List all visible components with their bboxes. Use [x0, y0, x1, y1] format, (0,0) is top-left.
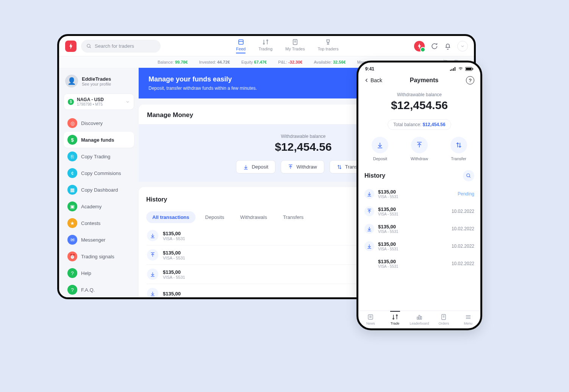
book-icon: ▣ [67, 201, 77, 211]
bell-icon[interactable] [444, 42, 452, 50]
bell-icon: ⏰ [67, 251, 77, 261]
sidebar-item-academy[interactable]: ▣Academy [64, 198, 134, 214]
total-balance: Total balance: $12,454.56 [358, 119, 480, 130]
tab-menu[interactable]: Menu [456, 313, 480, 325]
deposit-label: Deposit [252, 164, 268, 170]
transaction-sub: VISA - 5531 [163, 236, 185, 241]
stat-balance-value: 99.78€ [175, 60, 188, 64]
mobile-withdraw-button[interactable]: Withdraw [411, 137, 428, 161]
back-button[interactable]: Back [364, 77, 382, 83]
sidebar-label: Copy Dashboard [81, 187, 118, 193]
tab-trading-label: Trading [258, 47, 272, 51]
transaction-row[interactable]: $135,00VISA - 5531 10.02.2022 [364, 237, 474, 255]
svg-rect-23 [420, 317, 422, 320]
svg-rect-12 [455, 67, 455, 71]
tab-mytrades[interactable]: My Trades [285, 39, 305, 53]
withdraw-label: Withdraw [296, 164, 317, 170]
mobile-deposit-button[interactable]: Deposit [372, 137, 388, 161]
tab-label: Orders [439, 322, 449, 325]
mobile-header: Back Payments ? [358, 72, 480, 87]
stat-available-label: Available: [314, 60, 332, 64]
action-label: Deposit [373, 156, 387, 161]
tab-trading[interactable]: Trading [258, 39, 272, 53]
sidebar-item-help[interactable]: ?Help [64, 265, 134, 281]
transaction-amount: $135,00 [378, 224, 398, 230]
download-icon [147, 269, 158, 280]
download-icon [364, 241, 374, 251]
sidebar-label: Manage funds [81, 137, 114, 143]
transaction-amount: $135,00 [163, 291, 181, 297]
sidebar-item-manage-funds[interactable]: $Manage funds [64, 132, 134, 148]
account-sub: 1798798 • MT5 [77, 102, 104, 106]
tab-orders[interactable]: Orders [431, 313, 456, 325]
sidebar-item-trading-signals[interactable]: ⏰Trading signals [64, 248, 134, 264]
transaction-pending: Pending [458, 191, 474, 197]
topbar: Search for traders Feed Trading My Trade… [59, 36, 474, 56]
tab-news[interactable]: News [358, 313, 383, 325]
sidebar-item-copy-trading[interactable]: ⎘Copy Trading [64, 148, 134, 164]
stat-pl-value: -32.30€ [288, 60, 302, 64]
tab-transfers[interactable]: Transfers [277, 211, 310, 223]
tab-label: Trade [391, 322, 399, 325]
total-label: Total balance: [393, 122, 422, 127]
dollar-icon: $ [67, 135, 77, 145]
transaction-row[interactable]: $135,00VISA - 5531 10.02.2022 [364, 220, 474, 237]
upload-icon [147, 249, 158, 261]
mobile-transfer-button[interactable]: Transfer [450, 137, 467, 161]
search-placeholder: Search for traders [95, 43, 134, 49]
dashboard-icon: ▦ [67, 185, 77, 195]
search-input[interactable]: Search for traders [81, 40, 161, 53]
transaction-sub: VISA - 5531 [378, 230, 398, 234]
mobile-history-search[interactable] [463, 170, 474, 181]
sidebar-item-contests[interactable]: ★Contests [64, 215, 134, 231]
withdraw-button[interactable]: Withdraw [281, 160, 324, 173]
tab-deposits[interactable]: Deposits [199, 211, 231, 223]
transaction-row[interactable]: $135,00VISA - 5531 Pending [364, 185, 474, 203]
svg-point-0 [87, 44, 90, 47]
tab-all-transactions[interactable]: All transactions [146, 211, 195, 223]
transaction-sub: VISA - 5531 [163, 275, 185, 280]
sidebar-item-discovery[interactable]: ◎Discovery [64, 115, 134, 131]
transaction-row[interactable]: $135,00VISA - 5531 10.02.2022 [364, 203, 474, 220]
upload-icon [364, 206, 374, 216]
stat-equity-value: 67.47€ [254, 60, 267, 64]
user-avatar[interactable] [414, 41, 425, 52]
help-button[interactable]: ? [466, 76, 474, 84]
transaction-amount: $135,00 [378, 189, 398, 195]
profile-link[interactable]: 👤 EddieTrades See your profile [64, 72, 134, 92]
tab-feed[interactable]: Feed [236, 39, 245, 53]
expand-button[interactable] [457, 41, 468, 52]
topbar-right [414, 41, 468, 52]
download-icon [364, 189, 374, 199]
mobile-actions: Deposit Withdraw Transfer [358, 130, 480, 164]
tab-withdrawals[interactable]: Withdrawals [234, 211, 273, 223]
tab-leaderboard[interactable]: Leaderboard [407, 313, 431, 325]
deposit-button[interactable]: Deposit [236, 160, 275, 173]
transaction-date: 10.02.2022 [452, 226, 474, 231]
sidebar-label: Discovery [81, 120, 103, 126]
compass-icon: ◎ [67, 118, 77, 128]
transaction-sub: VISA - 5531 [378, 247, 398, 251]
tab-toptraders[interactable]: Top traders [318, 39, 339, 53]
mobile-balance-value: $12,454.56 [358, 99, 480, 112]
sidebar-item-messenger[interactable]: ✉Messenger [64, 232, 134, 248]
chat-icon[interactable] [430, 42, 438, 50]
sidebar-label: Trading signals [81, 254, 114, 259]
mobile-balance: Withdrawable balance $12,454.56 [358, 87, 480, 114]
account-selector[interactable]: $ NAGA - USD 1798798 • MT5 [64, 94, 134, 110]
profile-sub: See your profile [82, 82, 111, 86]
sidebar-item-copy-commissions[interactable]: ¢Copy Commisions [64, 165, 134, 181]
sidebar-item-copy-dashboard[interactable]: ▦Copy Dashboard [64, 182, 134, 198]
transaction-date: 10.02.2022 [452, 209, 474, 214]
trophy-icon: ★ [67, 218, 77, 228]
tab-mytrades-label: My Trades [285, 47, 305, 51]
transaction-row[interactable]: $135,00VISA - 5531 10.02.2022 [364, 255, 474, 272]
sidebar-item-faq[interactable]: ?F.A.Q. [64, 282, 134, 298]
coins-icon: ¢ [67, 168, 77, 178]
mobile-tabbar: News Trade Leaderboard Orders Menu [358, 311, 480, 328]
svg-rect-11 [453, 68, 454, 71]
sidebar-item-refer[interactable]: ＋Refer a friend [64, 298, 134, 299]
tab-trade[interactable]: Trade [383, 313, 407, 325]
sidebar-label: Messenger [81, 237, 105, 243]
sidebar: 👤 EddieTrades See your profile $ NAGA - … [59, 68, 139, 297]
